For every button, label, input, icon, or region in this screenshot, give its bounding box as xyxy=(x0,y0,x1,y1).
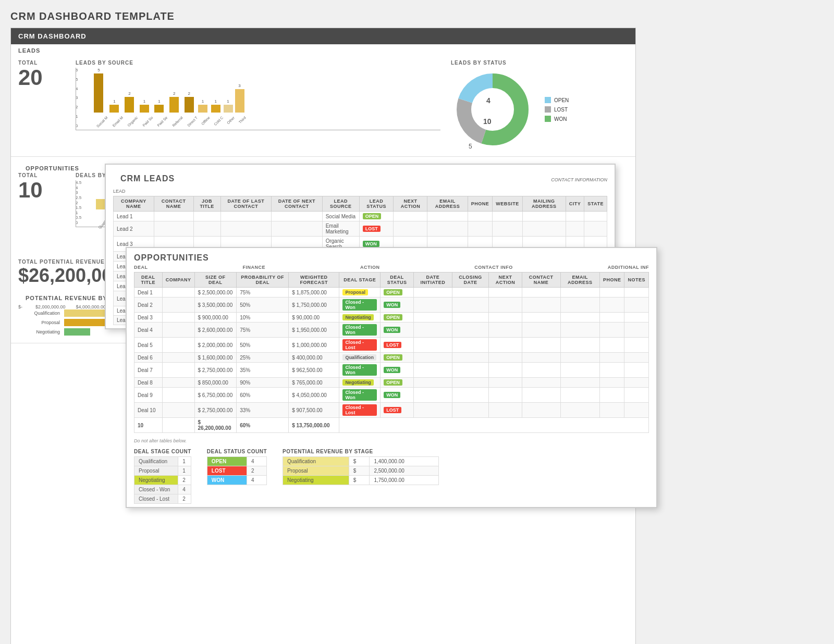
pot-rev-stage-2: Negotiating xyxy=(283,476,349,485)
opp-status-4: LOST xyxy=(381,338,414,353)
opp-prob-1: 50% xyxy=(237,298,289,313)
opp-status-7: OPEN xyxy=(381,378,414,388)
opp-company-2 xyxy=(162,313,194,323)
opp-size-1: $ 3,500,000.00 xyxy=(194,298,237,313)
opp-company-8 xyxy=(162,388,194,403)
ds-count-stage-1: Proposal xyxy=(134,466,178,476)
status-count-label-0: OPEN xyxy=(207,457,247,466)
deal-status-count-title: DEAL STATUS COUNT xyxy=(207,449,267,454)
opp-phone-0 xyxy=(599,288,624,298)
deal-stage-count-section: DEAL STAGE COUNT Qualification 1 Proposa… xyxy=(134,449,191,504)
pot-rev-dollar-1: $ xyxy=(349,466,370,476)
col-phone: PHONE xyxy=(468,196,493,212)
status-count-label-1: LOST xyxy=(207,466,247,476)
opp-date-init-7 xyxy=(414,378,452,388)
deal-stage-count-title: DEAL STAGE COUNT xyxy=(134,449,191,454)
pot-rev-stage-0: Qualification xyxy=(283,457,349,466)
opp-contact-2 xyxy=(522,313,560,323)
pot-rev-amount-0: 1,400,000.00 xyxy=(370,457,439,466)
potential-rev-table: Qualification $ 1,400,000.00 Proposal $ … xyxy=(283,456,439,485)
leads-total-value: 20 xyxy=(18,66,70,90)
opp-notes-0 xyxy=(624,288,649,298)
opp-next-action-0 xyxy=(489,288,522,298)
opp-next-action-7 xyxy=(489,378,522,388)
lead-contact-0 xyxy=(154,212,193,221)
opp-date-init-3 xyxy=(414,323,452,338)
bar-cold-call: 1 Cold C xyxy=(210,99,221,119)
opp-date-init-1 xyxy=(414,298,452,313)
legend-open-label: OPEN xyxy=(554,97,569,103)
col-next-contact: DATE OF NEXT CONTACT xyxy=(272,196,323,212)
ds-count-val-0: 1 xyxy=(178,457,191,466)
lead-section-label: LEAD xyxy=(106,189,615,196)
opp-col-phone: PHONE xyxy=(599,273,624,288)
opp-phone-9 xyxy=(599,403,624,418)
pot-rev-amount-1: 2,500,000.00 xyxy=(370,466,439,476)
opp-phone-3 xyxy=(599,323,624,338)
opp-overlay-title: OPPORTUNITIES xyxy=(127,248,656,265)
opp-total-count: 10 xyxy=(134,418,163,433)
opp-company-7 xyxy=(162,378,194,388)
lead-last-contact-1 xyxy=(220,221,271,237)
legend-lost-label: LOST xyxy=(554,107,568,113)
col-contact: CONTACT NAME xyxy=(154,196,193,212)
opp-date-init-2 xyxy=(414,313,452,323)
opp-contact-3 xyxy=(522,323,560,338)
legend-lost: LOST xyxy=(545,106,569,113)
opp-contact-6 xyxy=(522,363,560,378)
opp-company-5 xyxy=(162,353,194,363)
leads-section-label: LEADS xyxy=(11,44,635,55)
opp-col-notes: NOTES xyxy=(624,273,649,288)
bar-offline: 1 Offline xyxy=(198,99,208,119)
col-lead-status: LEAD STATUS xyxy=(359,196,394,212)
opportunities-overlay: OPPORTUNITIES DEAL FINANCE ACTION CONTAC… xyxy=(126,247,657,508)
potential-rev-title: POTENTIAL REVENUE BY STAGE xyxy=(283,449,439,454)
opp-company-6 xyxy=(162,363,194,378)
opp-phone-7 xyxy=(599,378,624,388)
opp-contact-5 xyxy=(522,353,560,363)
opp-next-action-1 xyxy=(489,298,522,313)
opp-status-2: OPEN xyxy=(381,313,414,323)
opp-next-action-8 xyxy=(489,388,522,403)
opp-closing-5 xyxy=(452,353,488,363)
opp-status-9: LOST xyxy=(381,403,414,418)
lead-status-0: OPEN xyxy=(359,212,394,221)
opp-notes-6 xyxy=(624,363,649,378)
opp-status-3: WON xyxy=(381,323,414,338)
opp-total-value: 10 xyxy=(18,178,70,202)
col-lead-source: LEAD SOURCE xyxy=(322,196,359,212)
opp-total-prob: 60% xyxy=(237,418,289,433)
opp-additional-label: ADDITIONAL INF xyxy=(608,265,649,270)
opp-status-5: OPEN xyxy=(381,353,414,363)
opp-stage-8: Closed - Won xyxy=(339,388,381,403)
opp-col-email: EMAIL ADDRESS xyxy=(560,273,599,288)
opp-prob-6: 35% xyxy=(237,363,289,378)
lead-company-0: Lead 1 xyxy=(114,212,154,221)
opp-col-deal-title: DEAL TITLE xyxy=(134,273,163,288)
opp-stage-3: Closed - Won xyxy=(339,323,381,338)
ds-count-stage-3: Closed - Won xyxy=(134,485,178,494)
opp-status-6: WON xyxy=(381,363,414,378)
opp-finance-label: FINANCE xyxy=(242,265,265,270)
opp-email-8 xyxy=(560,388,599,403)
lead-mailing-1 xyxy=(522,221,566,237)
opp-title-2: Deal 3 xyxy=(134,313,163,323)
opp-size-8: $ 6,750,000.00 xyxy=(194,388,237,403)
opp-next-action-3 xyxy=(489,323,522,338)
opp-closing-0 xyxy=(452,288,488,298)
opp-notes-3 xyxy=(624,323,649,338)
opp-closing-8 xyxy=(452,388,488,403)
lead-job-1 xyxy=(193,221,220,237)
deal-status-count-section: DEAL STATUS COUNT OPEN 4 LOST 2 WON 4 xyxy=(207,449,267,504)
opp-next-action-9 xyxy=(489,403,522,418)
opp-contact-label: CONTACT INFO xyxy=(474,265,512,270)
opp-notes-9 xyxy=(624,403,649,418)
pot-rev-dollar-0: $ xyxy=(349,457,370,466)
crm-leads-title: CRM LEADS xyxy=(113,169,182,187)
col-last-contact: DATE OF LAST CONTACT xyxy=(220,196,271,212)
opp-contact-7 xyxy=(522,378,560,388)
opp-size-9: $ 2,750,000.00 xyxy=(194,403,237,418)
ds-count-val-4: 2 xyxy=(178,494,191,504)
status-count-val-0: 4 xyxy=(247,457,267,466)
opp-weighted-2: $ 90,000.00 xyxy=(289,313,339,323)
